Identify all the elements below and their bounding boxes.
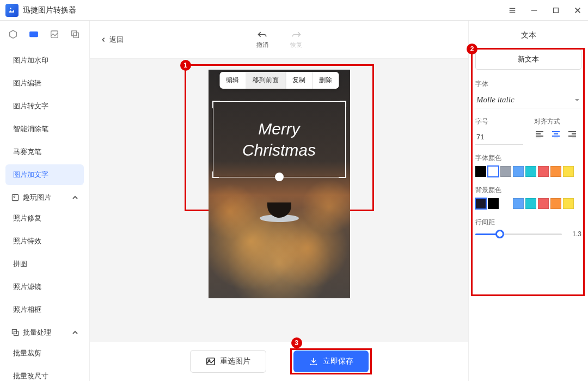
- maximize-button[interactable]: [551, 5, 561, 15]
- annotation-number-1: 1: [180, 60, 191, 71]
- close-button[interactable]: [573, 5, 583, 15]
- nav-group-label: 批量处理: [23, 328, 51, 337]
- reselect-image-button[interactable]: 重选图片: [190, 350, 266, 373]
- svg-rect-8: [12, 329, 16, 334]
- chevron-up-icon: [72, 194, 78, 201]
- reselect-label: 重选图片: [220, 357, 250, 366]
- app-title: 迅捷图片转换器: [23, 5, 507, 15]
- ctx-delete-button[interactable]: 删除: [313, 72, 339, 89]
- text-selection-box[interactable]: MerryChristmas: [213, 101, 346, 177]
- annotation-box-2: 2: [471, 48, 585, 296]
- context-toolbar: 编辑 移到前面 复制 删除: [219, 72, 339, 89]
- nav-item-watermark[interactable]: 图片加水印: [5, 50, 84, 71]
- resize-handle-tr[interactable]: [340, 101, 346, 107]
- nav-group-batch[interactable]: 批量处理: [5, 322, 84, 343]
- category-icon-1[interactable]: [8, 29, 19, 40]
- svg-rect-5: [74, 33, 78, 38]
- window-controls: [507, 5, 583, 15]
- back-button[interactable]: 返回: [90, 35, 134, 45]
- ctx-bring-front-button[interactable]: 移到前面: [246, 72, 286, 89]
- nav-item-edit[interactable]: 图片编辑: [5, 73, 84, 94]
- text-content[interactable]: MerryChristmas: [242, 118, 316, 161]
- nav-group-label: 趣玩图片: [23, 193, 51, 202]
- nav-item-add-text[interactable]: 图片加文字: [5, 164, 84, 185]
- undo-button[interactable]: 撤消: [256, 30, 268, 49]
- nav-item-frame[interactable]: 照片相框: [5, 299, 84, 320]
- chevron-up-icon: [72, 329, 78, 336]
- nav-item-batch-crop[interactable]: 批量裁剪: [5, 343, 84, 364]
- save-button[interactable]: 立即保存: [293, 351, 369, 372]
- svg-rect-6: [12, 194, 18, 200]
- app-logo-icon: [5, 4, 19, 17]
- category-icon-3[interactable]: [49, 29, 60, 40]
- svg-rect-10: [206, 358, 214, 365]
- svg-rect-2: [30, 32, 38, 37]
- category-icon-2[interactable]: [28, 29, 39, 40]
- nav-item-ocr[interactable]: 图片转文字: [5, 96, 84, 116]
- download-icon: [309, 357, 318, 366]
- undo-icon: [257, 30, 268, 40]
- titlebar: 迅捷图片转换器: [0, 0, 588, 21]
- chevron-left-icon: [101, 37, 106, 42]
- nav-item-batch-resize[interactable]: 批量改尺寸: [5, 366, 84, 381]
- nav-item-mosaic[interactable]: 马赛克笔: [5, 142, 84, 162]
- canvas-area: 1 编辑 移到前面 复制 删除 MerryChristmas: [90, 59, 468, 342]
- rotate-handle[interactable]: [275, 173, 284, 181]
- bottom-actions: 重选图片 3 立即保存: [90, 342, 468, 381]
- image-stage[interactable]: 编辑 移到前面 复制 删除 MerryChristmas: [209, 70, 350, 298]
- save-label: 立即保存: [323, 357, 353, 366]
- nav-item-effects[interactable]: 照片特效: [5, 231, 84, 251]
- minimize-button[interactable]: [529, 5, 539, 15]
- resize-handle-bl[interactable]: [212, 171, 219, 178]
- category-icon-4[interactable]: [70, 29, 81, 40]
- nav-list: 图片加水印 图片编辑 图片转文字 智能消除笔 马赛克笔 图片加文字 趣玩图片 照…: [0, 48, 89, 381]
- center-panel: 返回 撤消 恢复 1 编: [90, 21, 468, 381]
- svg-rect-1: [554, 8, 559, 13]
- annotation-number-2: 2: [467, 44, 477, 54]
- canvas-frame: 1 编辑 移到前面 复制 删除 MerryChristmas: [209, 70, 350, 298]
- center-toolbar: 返回 撤消 恢复: [90, 21, 468, 59]
- svg-point-7: [14, 196, 15, 197]
- image-icon: [206, 357, 216, 366]
- nav-item-collage[interactable]: 拼图: [5, 254, 84, 274]
- panel-title: 文本: [469, 30, 588, 40]
- ctx-edit-button[interactable]: 编辑: [219, 72, 246, 89]
- image-content-cup: [263, 202, 296, 223]
- sidebar: 图片加水印 图片编辑 图片转文字 智能消除笔 马赛克笔 图片加文字 趣玩图片 照…: [0, 21, 90, 381]
- right-panel: 2 文本 新文本 字体 Molle italic 字号 对齐方式: [468, 21, 588, 381]
- annotation-number-3: 3: [291, 337, 302, 348]
- redo-button[interactable]: 恢复: [290, 30, 302, 49]
- nav-group-fun[interactable]: 趣玩图片: [5, 187, 84, 208]
- svg-rect-9: [14, 331, 19, 336]
- ctx-copy-button[interactable]: 复制: [286, 72, 313, 89]
- back-label: 返回: [109, 35, 124, 45]
- sidebar-category-icons: [0, 21, 89, 48]
- undo-label: 撤消: [256, 41, 268, 49]
- menu-button[interactable]: [507, 5, 517, 15]
- nav-item-erase[interactable]: 智能消除笔: [5, 119, 84, 139]
- svg-point-0: [10, 8, 11, 9]
- redo-label: 恢复: [290, 41, 302, 49]
- nav-item-filter[interactable]: 照片滤镜: [5, 276, 84, 297]
- slider-thumb[interactable]: [495, 230, 504, 238]
- svg-rect-4: [72, 31, 77, 36]
- nav-item-repair[interactable]: 照片修复: [5, 208, 84, 229]
- redo-icon: [291, 30, 302, 40]
